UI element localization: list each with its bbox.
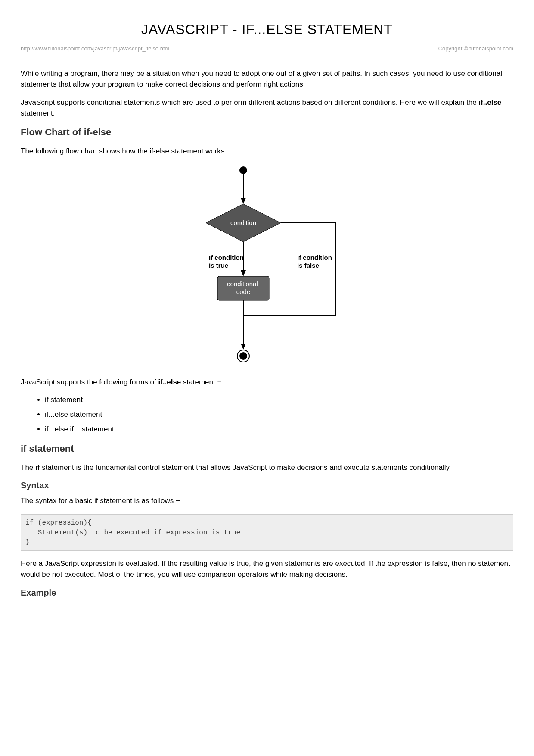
syntax-intro: The syntax for a basic if statement is a… [21, 496, 513, 506]
if-desc-pre: The [21, 463, 35, 472]
list-item: if...else if... statement. [45, 425, 513, 434]
copyright-text: Copyright © tutorialspoint.com [438, 45, 513, 52]
intro-paragraph-1: While writing a program, there may be a … [21, 69, 513, 90]
list-item: if...else statement [45, 410, 513, 419]
forms-intro-post: statement − [181, 378, 221, 386]
flow-intro: The following flow chart shows how the i… [21, 146, 513, 157]
flow-true-label: If condition is true [209, 254, 245, 269]
heading-example: Example [21, 588, 513, 598]
intro2-bold: if..else [478, 98, 501, 106]
syntax-after-pre: Here a JavaScript expression is evaluate… [21, 559, 317, 568]
heading-if-statement: if statement [21, 443, 513, 456]
flow-condition-label: condition [230, 219, 256, 226]
heading-flowchart: Flow Chart of if-else [21, 127, 513, 140]
svg-point-0 [239, 166, 247, 174]
if-description: The if statement is the fundamental cont… [21, 462, 513, 473]
source-url-link[interactable]: http://www.tutorialspoint.com/javascript… [21, 45, 169, 52]
forms-intro-bold: if..else [158, 378, 181, 386]
intro2-pre: JavaScript supports conditional statemen… [21, 98, 478, 106]
flow-false-label: If condition is false [297, 254, 334, 269]
heading-syntax: Syntax [21, 481, 513, 490]
page-title: JAVASCRIPT - IF...ELSE STATEMENT [21, 22, 513, 37]
svg-point-10 [239, 352, 247, 360]
if-desc-post: statement is the fundamental control sta… [40, 463, 451, 472]
syntax-code-block: if (expression){ Statement(s) to be exec… [21, 514, 513, 551]
intro2-post: statement. [21, 109, 55, 117]
forms-intro: JavaScript supports the following forms … [21, 377, 513, 388]
flowchart-diagram: condition If condition is true If condit… [168, 164, 366, 367]
meta-bar: http://www.tutorialspoint.com/javascript… [21, 45, 513, 53]
forms-list: if statement if...else statement if...el… [45, 396, 513, 434]
syntax-explanation: Here a JavaScript expression is evaluate… [21, 559, 513, 580]
list-item: if statement [45, 396, 513, 404]
if-desc-bold: if [35, 463, 40, 472]
intro-paragraph-2: JavaScript supports conditional statemen… [21, 97, 513, 119]
forms-intro-pre: JavaScript supports the following forms … [21, 378, 158, 386]
